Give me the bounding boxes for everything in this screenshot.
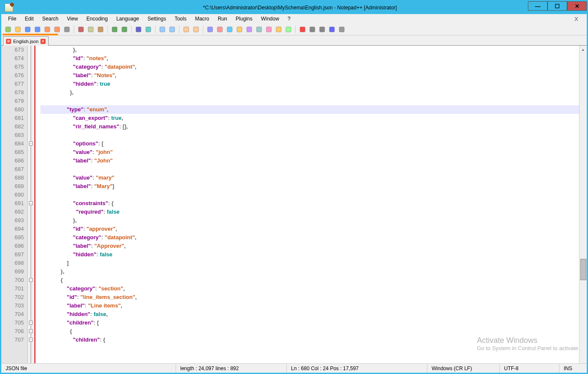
undo-icon[interactable] [110,25,119,34]
line-number-gutter[interactable]: 6736746756766776786796806816826836846856… [1,46,28,363]
vertical-scrollbar[interactable]: ▴ [579,46,587,363]
code-line[interactable]: "children": { [40,336,579,344]
tab-close-button[interactable]: ✕ [40,39,46,44]
menu-help[interactable]: ? [283,15,295,23]
code-line[interactable]: "id": "notes", [40,54,579,63]
sync-h-icon[interactable] [192,25,200,34]
code-line[interactable]: ] [40,259,579,267]
code-line[interactable]: "type": "enum", [40,105,579,114]
code-line[interactable]: }, [40,216,579,225]
show-all-icon[interactable] [216,25,224,34]
code-line[interactable]: "rir_field_names": [], [40,122,579,131]
menubar-close-doc-button[interactable]: X [570,15,582,23]
play-multi-icon[interactable] [328,25,336,34]
paste-icon[interactable] [96,25,105,34]
status-insert-mode[interactable]: INS [559,364,587,373]
code-line[interactable]: { [40,276,579,284]
code-line[interactable]: "label": "Notes", [40,71,579,80]
status-encoding[interactable]: UTF-8 [500,364,559,373]
fold-toggle[interactable]: − [29,338,33,342]
new-file-icon[interactable] [4,25,12,34]
close-icon[interactable] [43,25,52,34]
code-line[interactable]: "value": "mary" [40,174,579,182]
code-line[interactable] [40,191,579,199]
menu-language[interactable]: Language [112,15,143,23]
menu-plugins[interactable]: Plugins [231,15,257,23]
code-line[interactable]: }, [40,267,579,276]
menu-settings[interactable]: Settings [143,15,170,23]
fold-toggle[interactable]: − [29,142,33,145]
code-line[interactable]: "id": "line_items_section", [40,293,579,302]
find-icon[interactable] [134,25,143,34]
fold-toggle[interactable]: − [29,201,33,205]
code-line[interactable]: "options": [ [40,139,579,148]
code-line[interactable]: "can_export": true, [40,114,579,122]
code-line[interactable]: }, [40,46,579,54]
status-eol[interactable]: Windows (CR LF) [427,364,500,373]
monitor-icon[interactable] [284,25,293,34]
scroll-up-button[interactable]: ▴ [579,46,587,53]
code-line[interactable]: "hidden": false [40,250,579,259]
code-line[interactable]: }, [40,88,579,97]
cut-icon[interactable] [77,25,85,34]
menu-run[interactable]: Run [213,15,231,23]
scroll-thumb[interactable] [580,259,586,280]
copy-icon[interactable] [86,25,95,34]
fold-toggle[interactable]: − [29,278,33,282]
close-button[interactable]: ✕ [567,1,587,11]
wordwrap-icon[interactable] [206,25,214,34]
save-icon[interactable] [23,25,32,34]
code-line[interactable]: { [40,327,579,336]
code-line[interactable] [40,131,579,139]
code-line[interactable]: "children": [ [40,319,579,327]
play-icon[interactable] [318,25,326,34]
titlebar[interactable]: *C:\Users\Administrator\Desktop\MySchema… [1,1,587,14]
menu-search[interactable]: Search [38,15,63,23]
sync-v-icon[interactable] [182,25,190,34]
save-macro-icon[interactable] [337,25,346,34]
code-line[interactable] [40,97,579,105]
save-all-icon[interactable] [33,25,42,34]
menu-view[interactable]: View [63,15,82,23]
menu-macro[interactable]: Macro [191,15,213,23]
menu-window[interactable]: Window [257,15,283,23]
stop-icon[interactable] [308,25,317,34]
code-editor[interactable]: }, "id": "notes", "category": "datapoint… [40,46,579,363]
fold-toggle[interactable]: − [29,329,33,333]
code-line[interactable]: "required": false [40,208,579,216]
doc-map-icon[interactable] [245,25,254,34]
code-line[interactable]: "label": "Approver", [40,242,579,250]
doc-list-icon[interactable] [255,25,263,34]
minimize-button[interactable]: — [528,1,548,11]
zoom-in-icon[interactable] [158,25,167,34]
maximize-button[interactable]: ☐ [548,1,567,11]
code-line[interactable]: "category": "datapoint", [40,63,579,71]
folder-icon[interactable] [274,25,283,34]
record-icon[interactable] [298,25,307,34]
menu-file[interactable]: File [4,15,20,23]
zoom-out-icon[interactable] [168,25,176,34]
code-line[interactable]: "label": "John" [40,157,579,165]
tab-english-json[interactable]: English.json ✕ [3,36,49,46]
udl-icon[interactable] [235,25,244,34]
code-line[interactable]: "value": "john" [40,148,579,157]
replace-icon[interactable] [144,25,153,34]
code-line[interactable]: "hidden": true [40,80,579,88]
print-icon[interactable] [63,25,71,34]
menu-edit[interactable]: Edit [20,15,38,23]
code-line[interactable]: "hidden": false, [40,310,579,319]
indent-guide-icon[interactable] [225,25,234,34]
menu-tools[interactable]: Tools [170,15,191,23]
redo-icon[interactable] [120,25,129,34]
code-line[interactable]: "constraints": { [40,199,579,208]
code-line[interactable]: "id": "approver", [40,225,579,233]
code-line[interactable]: "category": "section", [40,284,579,293]
code-line[interactable]: "label": "Mary"] [40,182,579,191]
fold-column[interactable]: −−−−−− [28,46,35,363]
open-file-icon[interactable] [14,25,22,34]
fold-toggle[interactable]: − [29,321,33,325]
func-list-icon[interactable] [265,25,273,34]
code-line[interactable] [40,165,579,174]
code-line[interactable]: "category": "datapoint", [40,233,579,242]
code-line[interactable]: "label": "Line items", [40,302,579,310]
